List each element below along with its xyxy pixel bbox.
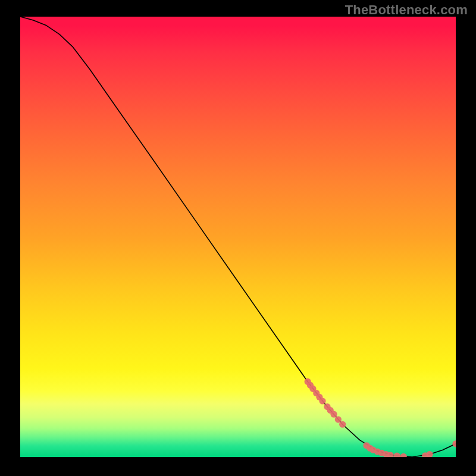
curve-marker <box>400 453 407 457</box>
curve-marker <box>319 397 325 404</box>
chart-frame: TheBottleneck.com <box>0 0 476 476</box>
curve-marker <box>339 421 346 428</box>
watermark-text: TheBottleneck.com <box>345 2 468 18</box>
curve-marker <box>330 411 337 418</box>
plot-area <box>20 17 456 457</box>
curve-svg <box>20 17 456 457</box>
curve-markers <box>305 378 456 457</box>
curve-marker <box>394 453 400 457</box>
bottleneck-curve <box>20 17 456 457</box>
curve-marker <box>452 440 456 447</box>
curve-marker <box>426 451 433 457</box>
